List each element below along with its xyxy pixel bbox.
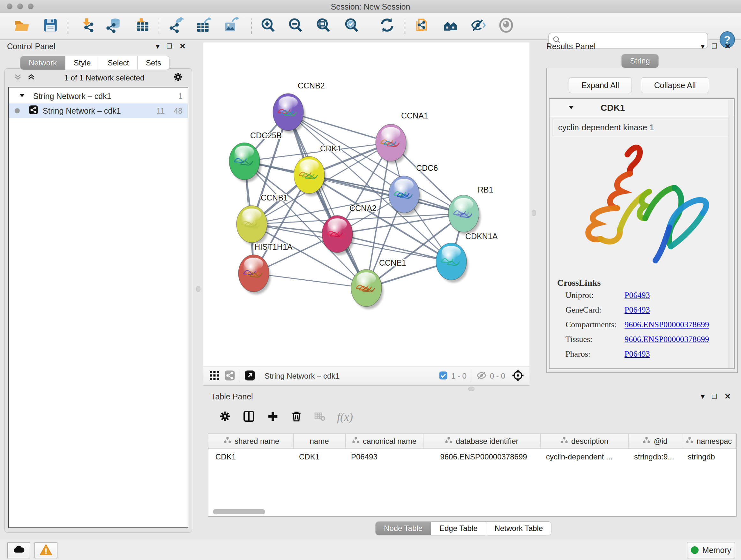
crosslink-link[interactable]: P06493	[624, 349, 650, 359]
selected-checkbox-icon[interactable]	[439, 371, 448, 381]
table-cell[interactable]: P06493	[351, 450, 421, 463]
table-cell[interactable]: 9606.ENSP00000378699	[429, 450, 538, 463]
open-in-window-icon[interactable]	[245, 370, 255, 382]
table-cell[interactable]: cyclin-dependent ...	[546, 450, 626, 463]
tab-string[interactable]: String	[622, 54, 658, 68]
share-view-icon[interactable]	[224, 370, 235, 382]
float-panel-icon[interactable]: ❐	[712, 43, 718, 50]
collapse-panel-icon[interactable]: ▾	[156, 42, 159, 51]
node-label-CCNA2: CCNA2	[349, 204, 377, 212]
disclosure-triangle-icon[interactable]	[567, 104, 575, 112]
open-session-button[interactable]	[13, 17, 30, 35]
tab-network[interactable]: Network	[20, 56, 65, 70]
crosslink-link[interactable]: 9606.ENSP00000378699	[624, 334, 709, 344]
hide-glasses-button[interactable]	[469, 17, 487, 35]
network-canvas[interactable]: CCNB2 CCNA1 CDC25B CDK1 CDC6 RB1 CCNB1 C…	[203, 43, 529, 367]
table-cell[interactable]: CDK1	[299, 450, 343, 463]
network-node-CCNA1[interactable]: CCNA1	[376, 111, 428, 164]
network-node-CDKN1A[interactable]: CDKN1A	[436, 232, 498, 283]
create-column-plus-icon[interactable]	[267, 410, 279, 424]
results-scrollbar[interactable]	[729, 100, 733, 368]
float-panel-icon[interactable]: ❐	[712, 393, 718, 400]
export-table-button[interactable]	[194, 17, 212, 35]
birdseye-view-icon[interactable]	[512, 369, 524, 383]
namespace-tree-icon	[352, 436, 360, 446]
disclosure-triangle-icon[interactable]	[18, 91, 25, 101]
network-options-gear-icon[interactable]	[173, 72, 183, 84]
close-panel-icon[interactable]: ✕	[724, 42, 731, 51]
grid-view-icon[interactable]	[209, 370, 220, 382]
table-cell[interactable]: CDK1	[215, 450, 291, 463]
refresh-button[interactable]	[378, 17, 396, 35]
expand-all-networks-icon[interactable]	[27, 72, 36, 83]
column-header-description[interactable]: description	[540, 434, 629, 449]
import-network-button[interactable]	[77, 17, 95, 35]
cloud-status-button[interactable]	[7, 543, 30, 558]
table-cell[interactable]: stringdb	[688, 450, 734, 463]
node-table[interactable]: shared namenamecanonical namedatabase id…	[208, 434, 737, 516]
column-header-shared-name[interactable]: shared name	[210, 434, 293, 449]
warning-status-button[interactable]	[35, 543, 57, 558]
tab-sets[interactable]: Sets	[138, 56, 170, 70]
tab-style[interactable]: Style	[65, 56, 99, 70]
network-node-HIST1H1A[interactable]: HIST1H1A	[239, 242, 293, 294]
hidden-count: 0 - 0	[490, 372, 505, 381]
memory-button[interactable]: Memory	[687, 542, 735, 558]
expand-all-button[interactable]: Expand All	[569, 77, 632, 93]
collapse-all-button[interactable]: Collapse All	[641, 77, 709, 93]
zoom-in-button[interactable]	[259, 17, 277, 35]
table-horizontal-scrollbar[interactable]	[213, 509, 265, 514]
string-query-button[interactable]	[413, 17, 431, 35]
network-node-CCNE1[interactable]: CCNE1	[351, 258, 406, 309]
import-database-icon	[105, 17, 121, 35]
eye-gray-icon	[498, 17, 514, 35]
network-collection-row[interactable]: String Network – cdk1 1	[9, 89, 188, 104]
column-header-database-identifier[interactable]: database identifier	[423, 434, 541, 449]
tab-node-table[interactable]: Node Table	[376, 522, 431, 535]
close-panel-icon[interactable]: ✕	[179, 42, 186, 51]
crosslink-label: Pharos:	[565, 349, 624, 359]
network-node-CCNB1[interactable]: CCNB1	[237, 193, 288, 245]
tab-select[interactable]: Select	[99, 56, 138, 70]
import-network-database-button[interactable]	[105, 17, 122, 35]
zoom-fit-button[interactable]	[314, 17, 332, 35]
table-options-gear-icon[interactable]	[219, 410, 231, 424]
crosslink-link[interactable]: P06493	[624, 291, 650, 300]
network-node-CDC6[interactable]: CDC6	[389, 164, 438, 215]
network-selected-count: 1 of 1 Network selected	[36, 73, 173, 82]
float-panel-icon[interactable]: ❐	[166, 43, 172, 50]
column-header-namespac[interactable]: namespac	[682, 434, 736, 449]
left-splitter-handle[interactable]	[196, 286, 200, 292]
collapse-all-networks-icon[interactable]	[13, 72, 22, 83]
collapse-panel-icon[interactable]: ▾	[701, 42, 704, 51]
houses-button[interactable]	[442, 17, 460, 35]
crosslink-link[interactable]: P06493	[624, 305, 650, 315]
zoom-selected-button[interactable]	[343, 17, 360, 35]
network-node-CCNB2[interactable]: CCNB2	[273, 81, 325, 133]
export-image-button[interactable]	[222, 17, 240, 35]
save-session-button[interactable]	[42, 17, 59, 35]
camera-button[interactable]	[497, 17, 515, 35]
collapse-panel-icon[interactable]: ▾	[701, 392, 704, 401]
column-header-name[interactable]: name	[293, 434, 346, 449]
tab-edge-table[interactable]: Edge Table	[431, 522, 486, 535]
gene-card-header[interactable]: CDK1	[549, 99, 734, 117]
cloud-icon	[12, 543, 25, 558]
delete-column-trash-icon[interactable]	[290, 410, 302, 424]
network-node-RB1[interactable]: RB1	[448, 185, 493, 235]
column-header--id[interactable]: @id	[628, 434, 682, 449]
tab-network-table[interactable]: Network Table	[486, 522, 551, 535]
column-header-canonical-name[interactable]: canonical name	[345, 434, 423, 449]
import-table-button[interactable]	[133, 17, 151, 35]
network-row[interactable]: String Network – cdk1 11 48	[9, 104, 188, 118]
bottom-splitter-handle[interactable]	[468, 387, 475, 391]
table-cell[interactable]: stringdb:9...	[634, 450, 680, 463]
zoom-out-button[interactable]	[286, 17, 305, 35]
network-tree: String Network – cdk1 1 String Network –…	[8, 87, 188, 528]
show-columns-icon[interactable]	[243, 410, 255, 424]
close-panel-icon[interactable]: ✕	[724, 392, 731, 401]
right-splitter-handle[interactable]	[532, 210, 536, 216]
crosslink-link[interactable]: 9606.ENSP00000378699	[624, 320, 709, 329]
crosslink-label: GeneCard:	[565, 305, 624, 315]
export-network-button[interactable]	[167, 17, 185, 35]
